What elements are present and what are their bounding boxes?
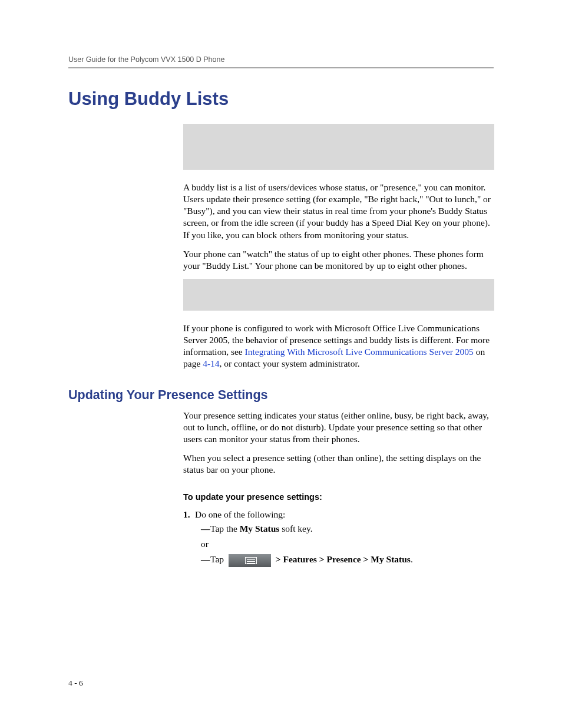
procedure-heading: To update your presence settings: [183,492,494,502]
step-1: 1.Do one of the following: [183,508,494,521]
step-number: 1. [183,508,195,521]
placeholder-box [183,279,494,311]
text: . [411,554,413,564]
dash-bullet: — [201,552,210,567]
page-number: 4 - 6 [68,678,83,688]
step-text: Do one of the following: [195,509,285,519]
content-column: Your presence setting indicates your sta… [183,410,494,567]
paragraph: Your phone can "watch" the status of up … [183,248,494,272]
softkey-label: My Status [240,523,280,533]
substep: —Tap the My Status soft key. [201,522,494,536]
running-header: User Guide for the Polycom VVX 1500 D Ph… [68,55,494,68]
substep: —Tap > Features > Presence > My Status. [201,552,494,567]
menu-path: > Features > Presence > My Status [273,554,411,564]
paragraph: A buddy list is a list of users/devices … [183,182,494,241]
dash-bullet: — [201,522,210,536]
paragraph: Your presence setting indicates your sta… [183,410,494,445]
menu-button-icon [229,554,271,567]
placeholder-box [183,124,494,170]
text: soft key. [279,523,312,533]
page-reference-link[interactable]: 4-14 [203,358,219,368]
heading-using-buddy-lists: Using Buddy Lists [68,88,494,110]
content-column: A buddy list is a list of users/devices … [183,124,494,370]
heading-updating-presence: Updating Your Presence Settings [68,388,494,403]
paragraph: If your phone is configured to work with… [183,322,494,370]
text: , or contact your system administrator. [220,358,360,368]
cross-reference-link[interactable]: Integrating With Microsoft Live Communic… [245,347,474,357]
text: Tap the [210,523,240,533]
paragraph: When you select a presence setting (othe… [183,452,494,476]
or-separator: or [201,536,494,552]
document-page: User Guide for the Polycom VVX 1500 D Ph… [0,0,562,728]
text: Tap [210,554,226,564]
